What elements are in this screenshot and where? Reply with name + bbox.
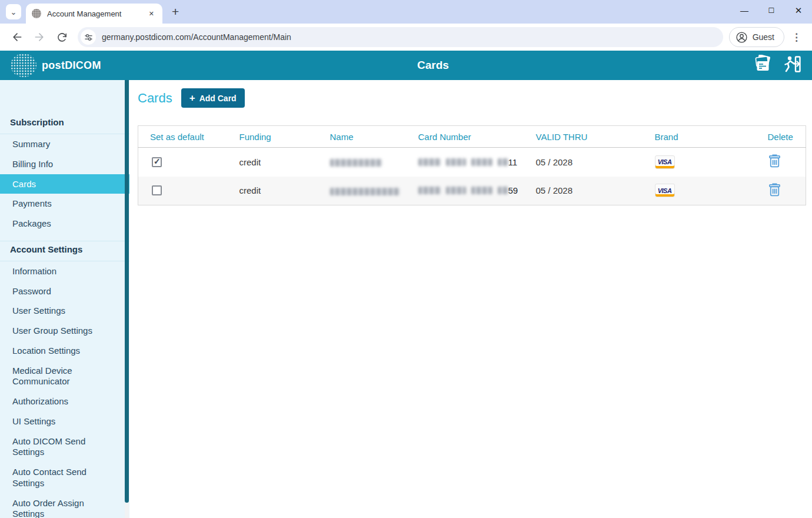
cell-set-default bbox=[138, 177, 228, 205]
sidebar-item-password[interactable]: Password bbox=[0, 281, 129, 301]
cell-funding: credit bbox=[228, 148, 318, 177]
browser-window: ⌄ Account Management ✕ + — ☐ ✕ bbox=[0, 0, 812, 518]
tune-icon bbox=[84, 33, 93, 42]
tab-close-icon[interactable]: ✕ bbox=[145, 9, 158, 19]
minimize-button[interactable]: — bbox=[731, 0, 758, 21]
reload-button[interactable] bbox=[53, 28, 71, 46]
sidebar-item-authorizations[interactable]: Authorizations bbox=[0, 391, 129, 411]
sidebar-scrollbar-thumb[interactable] bbox=[125, 80, 129, 503]
card-number-last-group: 11 bbox=[498, 157, 518, 167]
brand-name: postDICOM bbox=[42, 59, 101, 72]
window-controls: — ☐ ✕ bbox=[731, 0, 812, 21]
tab-search-button[interactable]: ⌄ bbox=[6, 4, 21, 19]
cards-stack-icon[interactable] bbox=[752, 55, 773, 76]
sidebar-item-ui-settings[interactable]: UI Settings bbox=[0, 411, 129, 431]
url-bar[interactable]: germany.postdicom.com/AccountManagement/… bbox=[78, 27, 723, 47]
redacted-number-group bbox=[471, 187, 492, 194]
add-card-button[interactable]: + Add Card bbox=[181, 88, 245, 108]
cards-table: Set as defaultFundingNameCard NumberVALI… bbox=[138, 125, 806, 205]
sidebar-item-information[interactable]: Information bbox=[0, 261, 129, 281]
new-tab-button[interactable]: + bbox=[172, 5, 179, 19]
cards-table-body: credit1105 / 2028VISAcredit5905 / 2028VI… bbox=[138, 148, 806, 205]
visa-badge: VISA bbox=[655, 184, 675, 197]
sidebar-item-summary[interactable]: Summary bbox=[0, 134, 129, 154]
cell-name bbox=[318, 148, 407, 177]
postdicom-logo: postDICOM bbox=[11, 54, 101, 77]
column-header-name: Name bbox=[318, 126, 407, 148]
profile-label: Guest bbox=[753, 32, 774, 42]
visa-badge: VISA bbox=[655, 155, 675, 169]
app-header: postDICOM Cards bbox=[0, 51, 812, 80]
cell-name bbox=[318, 177, 407, 205]
sidebar-item-payments[interactable]: Payments bbox=[0, 194, 129, 214]
card-row: credit1105 / 2028VISA bbox=[138, 148, 806, 177]
page-title: Cards bbox=[417, 59, 449, 72]
card-number-last-group: 59 bbox=[498, 185, 518, 195]
sidebar: SubscriptionSummaryBilling InfoCardsPaym… bbox=[0, 80, 129, 518]
column-header-delete: Delete bbox=[756, 126, 806, 148]
cell-valid-thru: 05 / 2028 bbox=[524, 148, 643, 177]
column-header-valid-thru: VALID THRU bbox=[524, 126, 643, 148]
sidebar-item-location-settings[interactable]: Location Settings bbox=[0, 341, 129, 361]
sidebar-nav: SubscriptionSummaryBilling InfoCardsPaym… bbox=[0, 114, 129, 518]
card-number-suffix: 11 bbox=[508, 157, 518, 167]
logout-icon[interactable] bbox=[783, 55, 801, 76]
sidebar-item-auto-dicom-send-settings[interactable]: Auto DICOM Send Settings bbox=[0, 431, 129, 463]
set-default-checkbox[interactable] bbox=[152, 185, 162, 195]
browser-tab[interactable]: Account Management ✕ bbox=[26, 4, 162, 24]
close-button[interactable]: ✕ bbox=[785, 0, 812, 21]
redacted-name bbox=[330, 188, 400, 195]
redacted-number-group bbox=[446, 158, 466, 166]
column-header-set-as-default: Set as default bbox=[138, 126, 228, 148]
reload-icon bbox=[56, 32, 68, 43]
sidebar-item-auto-contact-send-settings[interactable]: Auto Contact Send Settings bbox=[0, 462, 129, 493]
redacted-name bbox=[330, 159, 382, 167]
cell-delete bbox=[756, 177, 806, 205]
person-icon bbox=[736, 31, 748, 44]
sidebar-item-billing-info[interactable]: Billing Info bbox=[0, 154, 129, 174]
sidebar-item-user-group-settings[interactable]: User Group Settings bbox=[0, 321, 129, 341]
column-header-funding: Funding bbox=[228, 126, 318, 148]
browser-toolbar: germany.postdicom.com/AccountManagement/… bbox=[0, 24, 812, 51]
forward-button[interactable] bbox=[31, 28, 48, 46]
redacted-number-group bbox=[471, 158, 492, 166]
trash-icon bbox=[768, 182, 781, 197]
site-favicon bbox=[32, 9, 41, 18]
cell-brand: VISA bbox=[643, 148, 756, 177]
delete-card-button[interactable] bbox=[768, 154, 781, 170]
logo-sphere-icon bbox=[11, 54, 36, 77]
sidebar-item-cards[interactable]: Cards bbox=[0, 174, 129, 194]
delete-card-button[interactable] bbox=[768, 182, 781, 199]
sidebar-item-packages[interactable]: Packages bbox=[0, 214, 129, 234]
sidebar-item-medical-device-communicator[interactable]: Medical Device Communicator bbox=[0, 361, 129, 392]
card-row: credit5905 / 2028VISA bbox=[138, 177, 806, 205]
cell-delete bbox=[756, 148, 806, 177]
browser-menu-button[interactable]: ⋮ bbox=[791, 31, 801, 44]
cell-brand: VISA bbox=[643, 177, 756, 205]
cell-card-number: 59 bbox=[407, 177, 524, 205]
cell-funding: credit bbox=[228, 177, 318, 205]
sidebar-item-auto-order-assign-settings[interactable]: Auto Order Assign Settings bbox=[0, 493, 129, 518]
back-button[interactable] bbox=[8, 28, 26, 46]
url-text[interactable]: germany.postdicom.com/AccountManagement/… bbox=[102, 32, 291, 42]
redacted-number-group bbox=[498, 158, 508, 166]
card-number-suffix: 59 bbox=[508, 185, 518, 195]
redacted-number-group bbox=[498, 187, 508, 194]
profile-button[interactable]: Guest bbox=[729, 27, 784, 47]
trash-icon bbox=[768, 154, 781, 168]
sidebar-item-user-settings[interactable]: User Settings bbox=[0, 301, 129, 321]
redacted-number-group bbox=[418, 187, 441, 194]
sidebar-gap bbox=[0, 234, 129, 241]
cards-heading: Cards bbox=[138, 91, 172, 106]
browser-tab-strip: ⌄ Account Management ✕ + — ☐ ✕ bbox=[0, 0, 812, 24]
card-number: 59 bbox=[418, 185, 524, 195]
sidebar-scrollbar-track[interactable] bbox=[125, 503, 129, 518]
site-settings-button[interactable] bbox=[81, 29, 96, 45]
table-header-row: Set as defaultFundingNameCard NumberVALI… bbox=[138, 126, 806, 148]
tab-title: Account Management bbox=[47, 9, 145, 18]
cell-set-default bbox=[138, 148, 228, 177]
maximize-button[interactable]: ☐ bbox=[758, 0, 785, 21]
set-default-checkbox[interactable] bbox=[152, 157, 162, 167]
column-header-brand: Brand bbox=[643, 126, 756, 148]
column-header-card-number: Card Number bbox=[407, 126, 524, 148]
